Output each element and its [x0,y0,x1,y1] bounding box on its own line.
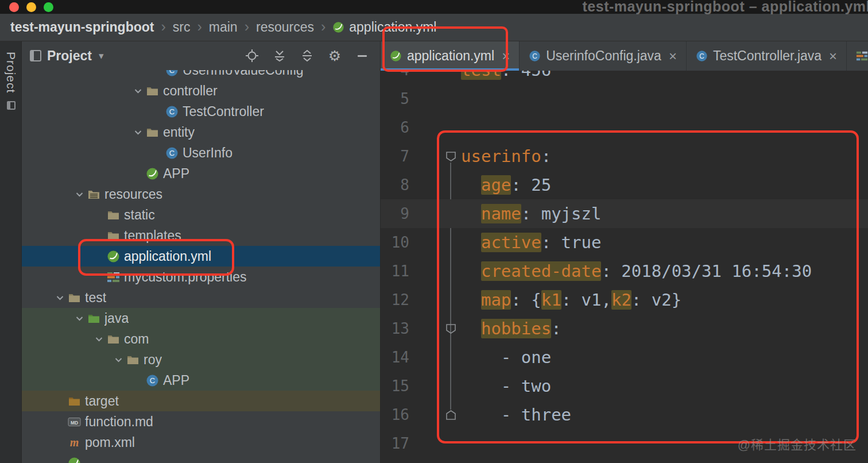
tab-testcontroller.java[interactable]: CTestController.java× [687,41,847,71]
editor-line-12[interactable]: 12 map: {k1: v1,k2: v2} [381,285,868,314]
tree-item-userinfo[interactable]: CUserInfo [22,142,380,163]
svg-text:C: C [169,70,175,75]
tree-indent [22,298,53,298]
project-view-title[interactable]: Project [47,48,92,64]
chevron-down-icon[interactable] [111,353,125,366]
tree-item-roy[interactable]: roy [22,349,380,370]
project-stripe-button[interactable]: Project [0,52,22,110]
chevron-placeholder [131,373,145,387]
tab-userinfoconfig.java[interactable]: CUserinfoConfig.java× [520,41,687,71]
tree-item-app[interactable]: CAPP [22,370,380,391]
tree-item-label: java [104,311,129,326]
editor-line-4[interactable]: 4test: 456 [381,71,868,84]
tree-item-label: UserInfoValueConfig [183,70,304,78]
chevron-down-icon[interactable] [72,311,86,325]
properties-file-icon [856,50,868,62]
tree-indent [22,215,92,215]
tree-item-entity[interactable]: entity [22,122,380,142]
tree-item-com[interactable]: com [22,329,380,349]
tab-mycu[interactable]: mycu [847,41,868,71]
tree-indent [22,173,131,174]
breadcrumb-separator-icon: › [245,18,249,35]
java-class-icon: C [165,146,179,160]
breadcrumb-item-src[interactable]: src [173,20,191,35]
close-icon[interactable]: × [502,51,510,62]
code-text: map: {k1: v1,k2: v2} [461,285,681,314]
fold-slot [440,285,461,314]
chevron-down-icon[interactable] [131,125,145,139]
minimize-window-button[interactable] [26,2,36,12]
editor-line-11[interactable]: 11 created-date: 2018/03/31 16:54:30 [381,257,868,285]
tree-item-partial[interactable] [22,453,380,463]
settings-icon[interactable]: ⚙ [327,48,342,63]
editor-line-7[interactable]: 7userinfo: [381,142,868,171]
svg-text:C: C [169,107,175,116]
tree-item-label: APP [163,373,189,388]
folder-icon [68,291,81,304]
line-number: 7 [390,148,409,165]
tree-item-static[interactable]: static [22,205,380,225]
breadcrumb-item-application.yml[interactable]: application.yml [332,20,436,35]
tree-item-label: templates [124,228,181,244]
tree-item-target[interactable]: target [22,391,380,411]
fold-end-icon[interactable] [440,400,461,429]
editor-line-14[interactable]: 14 - one [381,343,868,372]
tab-application.yml[interactable]: application.yml× [381,41,520,71]
chevron-placeholder [131,167,145,180]
tree-item-controller[interactable]: controller [22,80,380,101]
editor-line-6[interactable]: 6 [381,113,868,142]
tree-item-testcontroller[interactable]: CTestController [22,101,380,122]
fold-start-icon[interactable] [440,314,461,343]
fold-slot [440,113,461,142]
close-icon[interactable]: × [669,51,677,62]
tree-item-templates[interactable]: templates [22,225,380,246]
editor-line-10[interactable]: 10 active: true [381,228,868,257]
breadcrumb-label: src [173,20,191,35]
expand-all-icon[interactable] [300,48,315,63]
close-icon[interactable]: × [829,51,837,62]
maximize-window-button[interactable] [44,2,53,12]
editor-line-9[interactable]: 9 name: myjszl [381,199,868,228]
tree-item-resources[interactable]: resources [22,184,380,205]
close-window-button[interactable] [9,2,19,12]
chevron-down-icon[interactable]: ▾ [99,50,104,62]
breadcrumb-item-resources[interactable]: resources [256,20,314,35]
line-number: 8 [390,176,409,194]
editor-line-13[interactable]: 13 hobbies: [381,314,868,343]
folder-icon [126,353,140,366]
tree-item-label: mycustom.properties [124,269,246,285]
chevron-placeholder [92,208,106,222]
editor-line-16[interactable]: 16 - three [381,400,868,429]
tree-item-test[interactable]: test [22,287,380,308]
line-number: 14 [390,349,409,366]
tree-item-java[interactable]: java [22,308,380,329]
chevron-down-icon[interactable] [131,84,145,98]
tree-indent [22,194,72,195]
breadcrumb-item-test-mayun-springboot[interactable]: test-mayun-springboot [10,20,154,35]
tree-item-userinfovalueconfig[interactable]: CUserInfoValueConfig [22,70,380,80]
editor[interactable]: 4test: 456567userinfo:8 age: 259 name: m… [381,71,868,463]
code-text: age: 25 [461,171,551,199]
editor-line-5[interactable]: 5 [381,84,868,113]
spring-boot-icon [68,457,81,463]
tree-item-pom.xml[interactable]: mpom.xml [22,432,380,453]
line-number: 4 [390,71,409,79]
code-text: created-date: 2018/03/31 16:54:30 [461,257,812,285]
breadcrumb-item-main[interactable]: main [209,20,238,35]
editor-line-15[interactable]: 15 - two [381,372,868,400]
collapse-all-icon[interactable] [272,48,287,63]
tree-item-function.md[interactable]: MDfunction.md [22,411,380,432]
tree-item-app[interactable]: APP [22,163,380,184]
line-number: 10 [390,234,409,251]
code-text: - two [461,372,551,400]
locate-icon[interactable] [245,48,259,63]
chevron-down-icon[interactable] [92,332,106,346]
fold-start-icon[interactable] [440,142,461,171]
tree-item-application.yml[interactable]: application.yml [22,246,380,267]
chevron-down-icon[interactable] [72,187,86,201]
chevron-down-icon[interactable] [53,291,67,304]
editor-line-8[interactable]: 8 age: 25 [381,171,868,199]
tree-item-mycustom.properties[interactable]: mycustom.properties [22,267,380,287]
tree-item-label: target [85,393,119,409]
hide-panel-icon[interactable] [355,48,370,63]
